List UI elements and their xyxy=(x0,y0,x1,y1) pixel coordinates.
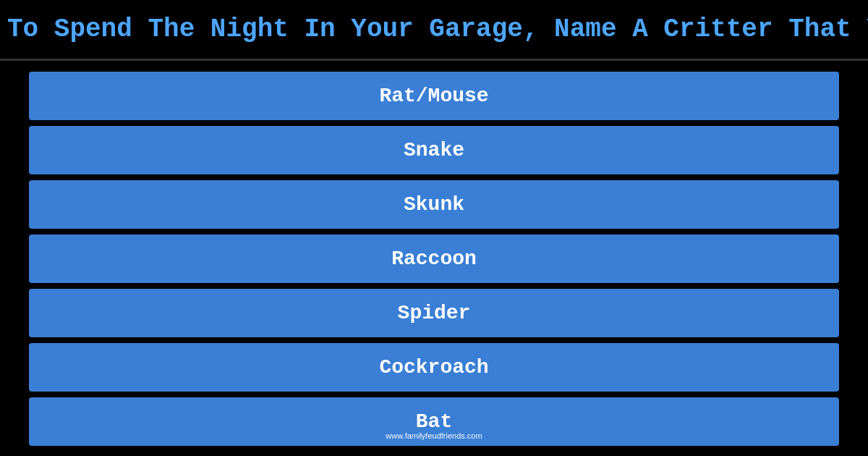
answer-row-4[interactable]: Raccoon xyxy=(29,235,839,283)
answer-label-4: Raccoon xyxy=(391,248,477,270)
answer-row-7[interactable]: Batwww.familyfeudfriends.com xyxy=(29,397,839,446)
answer-label-5: Spider xyxy=(398,302,471,324)
answer-label-2: Snake xyxy=(404,139,464,161)
watermark: www.familyfeudfriends.com xyxy=(386,431,482,440)
answer-row-1[interactable]: Rat/Mouse xyxy=(29,72,839,120)
question-text: To Spend The Night In Your Garage, Name … xyxy=(7,14,868,44)
answer-label-3: Skunk xyxy=(404,193,464,216)
answer-label-1: Rat/Mouse xyxy=(379,85,488,107)
question-header: To Spend The Night In Your Garage, Name … xyxy=(0,0,868,61)
answer-label-6: Cockroach xyxy=(379,356,488,379)
answer-row-3[interactable]: Skunk xyxy=(29,180,839,229)
answer-label-7: Bat xyxy=(416,410,452,433)
answer-row-5[interactable]: Spider xyxy=(29,289,839,337)
answer-row-6[interactable]: Cockroach xyxy=(29,343,839,392)
answer-row-2[interactable]: Snake xyxy=(29,126,839,174)
answers-container: Rat/MouseSnakeSkunkRaccoonSpiderCockroac… xyxy=(0,64,868,453)
